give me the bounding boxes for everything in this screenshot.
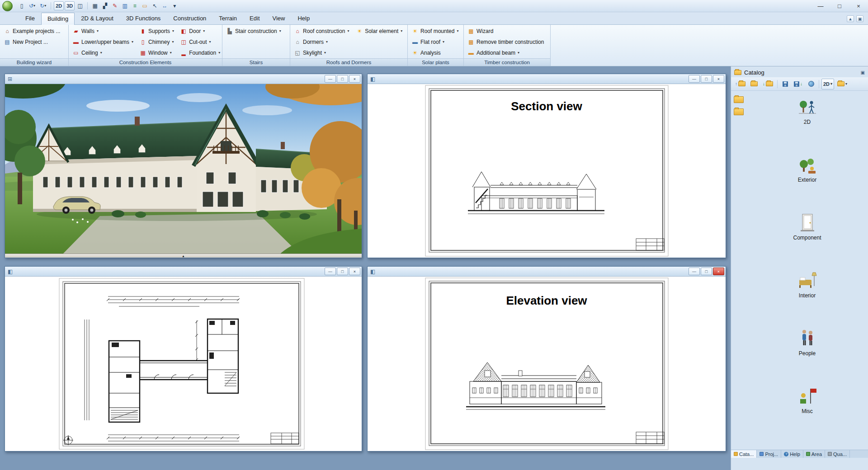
ribbon-item-flat-roof[interactable]: ▬Flat roof▾: [410, 38, 461, 46]
tab-construction[interactable]: Construction: [167, 12, 212, 24]
ribbon-item-remove-timber[interactable]: ▩Remove timber construction: [467, 38, 547, 46]
layers-button[interactable]: ≡: [130, 1, 139, 10]
dimension-button[interactable]: ↔: [160, 1, 169, 10]
catalog-2d-mode-button[interactable]: 2D▾: [821, 79, 834, 89]
app-minimize-button[interactable]: —: [811, 0, 830, 12]
tab-project[interactable]: Proj...: [757, 450, 781, 458]
minimize-button[interactable]: —: [689, 75, 700, 83]
catalog-folder-up-button[interactable]: ↑: [733, 79, 747, 89]
tab-terrain[interactable]: Terrain: [212, 12, 243, 24]
catalog-item-2d[interactable]: 2D: [785, 96, 830, 125]
ribbon-item-dormers[interactable]: ⌂Dormers▾: [293, 38, 351, 46]
catalog-root-folder-icon[interactable]: [734, 96, 744, 103]
maximize-button[interactable]: □: [701, 75, 712, 83]
tab-2d-layout[interactable]: 2D & Layout: [75, 12, 120, 24]
catalog-item-interior[interactable]: Interior: [785, 270, 830, 299]
tab-view[interactable]: View: [266, 12, 292, 24]
window-titlebar[interactable]: ⊞ — □ ×: [5, 74, 362, 84]
tab-help-panel[interactable]: ?Help: [781, 450, 803, 458]
window-elevation-view[interactable]: ◧ — □ ×: [367, 266, 726, 451]
window-section-view[interactable]: ◧ — □ ×: [367, 74, 726, 258]
app-maximize-button[interactable]: □: [830, 0, 849, 12]
ribbon-item-analysis[interactable]: ☀Analysis: [410, 49, 461, 56]
catalog-sub-folder-icon[interactable]: [734, 108, 744, 115]
ribbon-item-foundation[interactable]: ▂Foundation▾: [179, 49, 222, 56]
catalog-export-button[interactable]: ↓: [792, 79, 804, 89]
cursor-button[interactable]: ↖: [150, 1, 159, 10]
ribbon-item-stair-construction[interactable]: ▙Stair construction▾: [225, 28, 287, 35]
catalog-item-exterior[interactable]: Exterior: [785, 154, 830, 183]
window-titlebar[interactable]: ◧ — □ ×: [368, 74, 726, 84]
tab-catalog[interactable]: Cata...: [731, 450, 757, 458]
maximize-button[interactable]: □: [337, 268, 348, 275]
ribbon-item-supports[interactable]: ▮Supports▾: [138, 28, 175, 35]
ribbon-item-chimney[interactable]: ▯Chimney▾: [138, 38, 175, 46]
tab-help[interactable]: Help: [291, 12, 316, 24]
ribbon-options-button[interactable]: ▣: [856, 15, 863, 22]
floor-plan-canvas[interactable]: [5, 277, 362, 451]
window-floor-plan[interactable]: ◧ — □ ×: [5, 266, 362, 451]
tab-quantities[interactable]: Qua...: [825, 450, 850, 458]
window-titlebar[interactable]: ◧ — □ ×: [368, 267, 726, 277]
elevation-view-canvas[interactable]: Elevation view: [368, 277, 726, 451]
view-slider[interactable]: ▲: [5, 254, 362, 258]
tab-building[interactable]: Building: [41, 13, 75, 25]
section-view-canvas[interactable]: Section view: [368, 84, 726, 258]
ribbon-item-roof-mounted[interactable]: ☀Roof mounted▾: [410, 28, 461, 35]
snap-button[interactable]: ▞: [100, 1, 109, 10]
catalog-item-component[interactable]: Component: [785, 212, 830, 241]
ribbon-item-lower-upper-beams[interactable]: ▬Lower/upper beams▾: [71, 38, 135, 46]
ribbon-item-walls[interactable]: ▰Walls▾: [71, 28, 135, 35]
tab-area[interactable]: Area: [803, 450, 825, 458]
toolbar-options-button[interactable]: ▾: [170, 1, 179, 10]
ribbon-item-example-projects[interactable]: ⌂Example projects ...: [3, 28, 66, 35]
close-button[interactable]: ×: [713, 75, 724, 83]
ribbon-collapse-button[interactable]: ▲: [847, 15, 854, 22]
view-split-button[interactable]: ◫: [75, 1, 85, 10]
window-titlebar[interactable]: ◧ — □ ×: [5, 267, 362, 277]
pen-button[interactable]: ✎: [110, 1, 119, 10]
close-button[interactable]: ×: [713, 268, 724, 275]
minimize-button[interactable]: —: [689, 268, 700, 275]
view-3d-button[interactable]: 3D: [65, 1, 75, 10]
minimize-button[interactable]: —: [325, 268, 336, 275]
maximize-button[interactable]: □: [701, 268, 712, 275]
ribbon-item-ceiling[interactable]: ▭Ceiling▾: [71, 49, 135, 56]
redo-button[interactable]: ↻▾: [38, 1, 48, 10]
ribbon-item-timber-wizard[interactable]: ▩Wizard: [467, 28, 547, 35]
view-2d-button[interactable]: 2D: [54, 1, 64, 10]
grid-button[interactable]: ▦: [90, 1, 99, 10]
maximize-button[interactable]: □: [337, 75, 348, 83]
3d-render-canvas[interactable]: ▲: [5, 84, 362, 258]
hatch-button[interactable]: ▥: [120, 1, 129, 10]
catalog-open-folder-button[interactable]: [749, 79, 760, 89]
ribbon-item-window[interactable]: ▦Window▾: [138, 49, 175, 56]
new-document-button[interactable]: ▯: [17, 1, 26, 10]
panel-pin-icon[interactable]: ▣: [861, 70, 865, 75]
ribbon-item-additional-beam[interactable]: ▬Additional beam▾: [467, 49, 547, 56]
ribbon-item-roof-construction[interactable]: ⌂Roof construction▾: [293, 28, 351, 35]
ribbon-item-door[interactable]: ◧Door▾: [179, 28, 222, 35]
ribbon-item-solar-element[interactable]: ☀Solar element▾: [355, 28, 405, 35]
catalog-web-button[interactable]: [806, 79, 816, 89]
slider-handle-icon[interactable]: ▲: [182, 254, 185, 258]
close-button[interactable]: ×: [349, 268, 360, 275]
minimize-button[interactable]: —: [325, 75, 336, 83]
catalog-item-misc[interactable]: Misc: [785, 385, 830, 414]
undo-button[interactable]: ↺▾: [27, 1, 37, 10]
ribbon-item-new-project[interactable]: ▤New Project ...: [3, 38, 66, 46]
tab-3d-functions[interactable]: 3D Functions: [120, 12, 167, 24]
app-logo-icon[interactable]: [2, 1, 13, 11]
tab-file[interactable]: File: [19, 12, 41, 24]
catalog-library-button[interactable]: ▾: [835, 79, 849, 89]
app-close-button[interactable]: ×: [849, 0, 868, 12]
catalog-import-button[interactable]: ↓: [761, 79, 775, 89]
catalog-item-people[interactable]: People: [785, 328, 830, 357]
ruler-button[interactable]: ▭: [140, 1, 149, 10]
close-button[interactable]: ×: [349, 75, 360, 83]
window-3d-view[interactable]: ⊞ — □ ×: [5, 74, 362, 258]
tab-edit[interactable]: Edit: [243, 12, 266, 24]
ribbon-item-cut-out[interactable]: ◫Cut-out▾: [179, 38, 222, 46]
titlebar[interactable]: ▯ ↺▾ ↻▾ 2D 3D ◫ ▦ ▞ ✎ ▥ ≡ ▭ ↖ ↔ ▾ — □ ×: [0, 0, 868, 12]
ribbon-item-skylight[interactable]: ◱Skylight▾: [293, 49, 351, 56]
